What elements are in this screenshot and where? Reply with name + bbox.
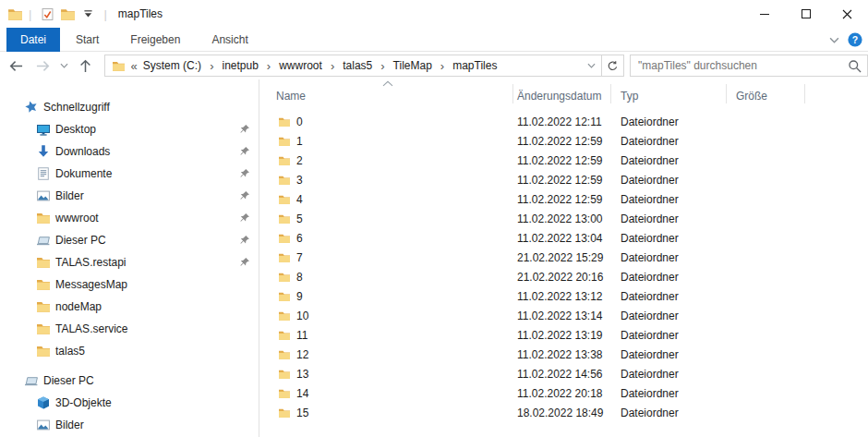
address-bar[interactable]: « System (C:)›inetpub›wwwroot›talas5›Til… bbox=[104, 55, 603, 77]
sidebar-item-talas-service[interactable]: TALAS.service bbox=[0, 318, 259, 340]
sidebar-item-label: Dokumente bbox=[55, 167, 112, 180]
address-dropdown-button[interactable] bbox=[581, 55, 601, 76]
tab-start[interactable]: Start bbox=[60, 28, 115, 52]
file-row[interactable]: 1011.02.2022 13:14Dateiordner bbox=[259, 306, 868, 325]
file-row[interactable]: 1211.02.2022 13:38Dateiordner bbox=[259, 345, 868, 364]
file-row[interactable]: 911.02.2022 13:12Dateiordner bbox=[259, 286, 868, 306]
file-row[interactable]: 211.02.2022 12:59Dateiordner bbox=[259, 151, 868, 170]
sidebar-item-label: Dieser PC bbox=[55, 234, 106, 247]
file-name-cell: 0 bbox=[259, 112, 513, 131]
breadcrumb-item-tilemap[interactable]: TileMap bbox=[390, 59, 436, 72]
sidebar-section-schnellzugriff[interactable]: Schnellzugriff bbox=[0, 96, 259, 118]
documents-icon bbox=[36, 166, 51, 181]
file-name: 4 bbox=[296, 193, 303, 206]
file-row[interactable]: 1411.02.2022 20:18Dateiordner bbox=[259, 383, 868, 403]
breadcrumb-overflow[interactable]: « bbox=[131, 59, 139, 73]
sidebar-section-dieser-pc[interactable]: Dieser PC bbox=[0, 370, 259, 392]
help-icon[interactable]: ? bbox=[848, 32, 862, 47]
file-modified: 21.02.2022 15:29 bbox=[513, 248, 611, 267]
file-size bbox=[727, 248, 805, 267]
sidebar-section-label: Dieser PC bbox=[43, 374, 94, 387]
file-row[interactable]: 011.02.2022 12:11Dateiordner bbox=[259, 112, 868, 131]
breadcrumb-separator-icon: › bbox=[205, 59, 218, 73]
qat-properties-button[interactable] bbox=[37, 3, 57, 25]
desktop-icon bbox=[36, 122, 51, 137]
breadcrumb-item-inetpub[interactable]: inetpub bbox=[218, 59, 261, 72]
column-header-groesse[interactable]: Größe bbox=[727, 79, 805, 105]
nav-back-button[interactable] bbox=[3, 53, 30, 79]
close-button[interactable] bbox=[826, 0, 868, 28]
breadcrumb-item-talas5[interactable]: talas5 bbox=[339, 59, 376, 72]
sidebar-item-desktop[interactable]: Desktop bbox=[0, 118, 259, 140]
folder-icon bbox=[36, 211, 51, 225]
refresh-button[interactable] bbox=[602, 55, 624, 77]
column-header-typ[interactable]: Typ bbox=[611, 79, 727, 105]
file-row[interactable]: 721.02.2022 15:29Dateiordner bbox=[259, 248, 868, 267]
file-row[interactable]: 511.02.2022 13:00Dateiordner bbox=[259, 209, 868, 228]
row-filler bbox=[805, 286, 868, 306]
ribbon-collapse-icon[interactable] bbox=[829, 37, 839, 43]
file-modified: 18.02.2022 18:49 bbox=[513, 403, 611, 422]
file-row[interactable]: 1111.02.2022 13:19Dateiordner bbox=[259, 325, 868, 345]
column-header-aenderungsdatum[interactable]: Änderungsdatum bbox=[513, 79, 611, 105]
file-row[interactable]: 611.02.2022 13:04Dateiordner bbox=[259, 228, 868, 248]
sidebar-item-3d-objekte[interactable]: 3D-Objekte bbox=[0, 392, 259, 414]
breadcrumb-item-system-c[interactable]: System (C:) bbox=[139, 59, 205, 72]
file-name-cell: 13 bbox=[259, 364, 513, 383]
sidebar-item-nodemap[interactable]: nodeMap bbox=[0, 296, 259, 318]
sidebar-item-bilder[interactable]: Bilder bbox=[0, 414, 259, 436]
file-type: Dateiordner bbox=[611, 131, 727, 151]
breadcrumb-item-wwwroot[interactable]: wwwroot bbox=[275, 59, 326, 72]
sidebar-item-wwwroot[interactable]: wwwroot bbox=[0, 207, 259, 229]
sidebar-item-label: wwwroot bbox=[55, 212, 99, 225]
file-size bbox=[727, 131, 805, 151]
file-size bbox=[727, 112, 805, 131]
file-row[interactable]: 111.02.2022 12:59Dateiordner bbox=[259, 131, 868, 151]
file-modified: 11.02.2022 20:18 bbox=[513, 383, 611, 403]
file-name-cell: 6 bbox=[259, 228, 513, 248]
sidebar-item-messagesmap[interactable]: MessagesMap bbox=[0, 273, 259, 296]
file-name-cell: 7 bbox=[259, 248, 513, 267]
qat-customize-button[interactable] bbox=[78, 3, 98, 25]
sidebar-item-bilder[interactable]: Bilder bbox=[0, 185, 259, 207]
row-filler bbox=[805, 248, 868, 267]
search-input[interactable] bbox=[631, 55, 867, 76]
file-name: 6 bbox=[296, 232, 303, 245]
file-type: Dateiordner bbox=[611, 170, 727, 189]
tab-freigeben[interactable]: Freigeben bbox=[115, 28, 196, 52]
sidebar-item-downloads[interactable]: Downloads bbox=[0, 140, 259, 163]
window-title: mapTiles bbox=[118, 7, 163, 20]
tab-datei[interactable]: Datei bbox=[6, 28, 60, 52]
tab-ansicht[interactable]: Ansicht bbox=[196, 28, 263, 52]
folder-icon bbox=[278, 194, 291, 205]
pin-icon bbox=[239, 235, 250, 246]
sidebar-item-dieser-pc[interactable]: Dieser PC bbox=[0, 229, 259, 251]
file-name: 1 bbox=[296, 135, 303, 148]
nav-up-button[interactable] bbox=[73, 53, 99, 79]
sidebar-item-dokumente[interactable]: Dokumente bbox=[0, 163, 259, 185]
qat-new-folder-button[interactable] bbox=[57, 3, 78, 25]
maximize-button[interactable] bbox=[785, 0, 826, 28]
sidebar-item-label: TALAS.restapi bbox=[55, 256, 126, 269]
folder-icon bbox=[278, 330, 291, 341]
minimize-button[interactable] bbox=[743, 0, 785, 28]
row-filler bbox=[805, 306, 868, 325]
nav-forward-button[interactable] bbox=[30, 53, 56, 79]
file-row[interactable]: 1518.02.2022 18:49Dateiordner bbox=[259, 403, 868, 422]
sidebar-item-talas5[interactable]: talas5 bbox=[0, 340, 259, 362]
file-name-cell: 10 bbox=[259, 306, 513, 325]
file-row[interactable]: 821.02.2022 20:16Dateiordner bbox=[259, 267, 868, 286]
file-list: 011.02.2022 12:11Dateiordner111.02.2022 … bbox=[259, 112, 868, 422]
file-row[interactable]: 411.02.2022 12:59Dateiordner bbox=[259, 189, 868, 209]
column-header-label: Änderungsdatum bbox=[517, 90, 601, 103]
file-row[interactable]: 311.02.2022 12:59Dateiordner bbox=[259, 170, 868, 189]
file-name-cell: 1 bbox=[259, 131, 513, 151]
folder-icon bbox=[278, 369, 291, 380]
sidebar-item-label: Bilder bbox=[55, 189, 84, 202]
file-type: Dateiordner bbox=[611, 306, 727, 325]
nav-history-dropdown[interactable] bbox=[56, 53, 73, 79]
file-row[interactable]: 1311.02.2022 14:56Dateiordner bbox=[259, 364, 868, 383]
sidebar-item-talas-restapi[interactable]: TALAS.restapi bbox=[0, 251, 259, 273]
explorer-app-icon bbox=[7, 7, 23, 21]
breadcrumb-item-maptiles[interactable]: mapTiles bbox=[449, 59, 500, 72]
